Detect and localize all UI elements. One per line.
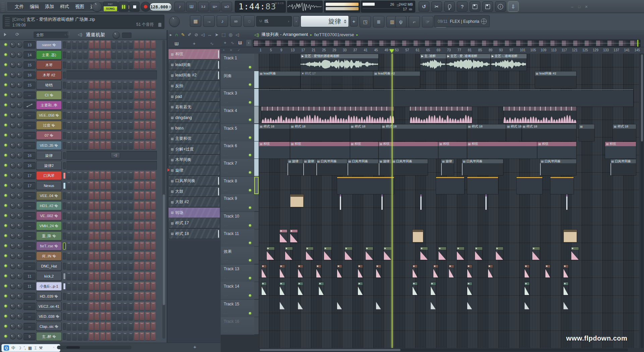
step-cell[interactable] xyxy=(134,131,139,139)
track-header[interactable]: Track 16··· xyxy=(221,317,255,335)
step-cell[interactable] xyxy=(83,242,88,250)
step-cell[interactable] xyxy=(140,91,144,99)
step-cell[interactable] xyxy=(151,212,156,220)
clip-style[interactable]: ▤样式 18 xyxy=(506,124,522,141)
step-cell[interactable] xyxy=(128,191,133,199)
playlist-speaker-icon[interactable]: ◁) xyxy=(254,32,259,37)
step-cell[interactable] xyxy=(106,101,111,109)
step-cell[interactable] xyxy=(117,181,122,189)
zoom-tool-icon[interactable]: ◎ xyxy=(229,32,232,37)
clip-lines[interactable] xyxy=(282,212,290,228)
step-cell[interactable] xyxy=(89,232,94,240)
step-cell[interactable] xyxy=(89,111,94,119)
channel-target-number[interactable]: -- xyxy=(23,112,36,119)
channel-volume-knob[interactable] xyxy=(17,313,22,319)
step-cell[interactable] xyxy=(123,81,127,89)
step-cell[interactable] xyxy=(100,141,105,149)
track-header[interactable]: Track 6··· xyxy=(221,141,255,159)
step-cell[interactable] xyxy=(78,232,83,240)
step-cell[interactable] xyxy=(100,181,105,189)
step-cell[interactable] xyxy=(95,332,99,340)
track-name[interactable]: Track 4 xyxy=(224,108,237,113)
pattern-selector[interactable]: 旋律 xyxy=(301,15,349,27)
draw-tool-icon[interactable]: ✎ xyxy=(181,32,185,37)
step-cell[interactable] xyxy=(151,61,156,69)
step-cell[interactable] xyxy=(72,292,77,300)
step-cell[interactable] xyxy=(89,201,94,210)
channel-name-button[interactable]: VED..038 xyxy=(36,312,62,321)
track-name[interactable]: Track 14 xyxy=(224,284,239,289)
clip-lines[interactable] xyxy=(566,212,576,228)
step-cell[interactable] xyxy=(117,81,122,89)
clip-hitbrown[interactable] xyxy=(545,265,550,278)
clip-hitsmall[interactable] xyxy=(467,300,472,309)
channel-mute-led[interactable] xyxy=(4,335,7,338)
channel-name-button[interactable]: VEE..04 xyxy=(36,191,62,200)
channel-pan-knob[interactable] xyxy=(10,62,16,68)
step-cell[interactable] xyxy=(145,171,150,179)
step-cell[interactable] xyxy=(106,282,111,290)
track-mute-led[interactable] xyxy=(249,136,251,139)
step-cell[interactable] xyxy=(140,232,144,240)
step-cell[interactable] xyxy=(140,252,144,260)
oscilloscope[interactable] xyxy=(287,1,323,12)
step-cell[interactable] xyxy=(134,282,139,290)
step-cell[interactable] xyxy=(123,332,127,340)
step-cell[interactable] xyxy=(100,302,105,310)
clip-hitbrown[interactable] xyxy=(298,265,303,278)
scroll-left-button[interactable]: ‹ xyxy=(246,40,251,46)
step-cell[interactable] xyxy=(117,312,122,320)
step-cell[interactable] xyxy=(72,191,77,199)
step-cell[interactable] xyxy=(89,121,94,129)
channel-volume-knob[interactable] xyxy=(17,193,22,198)
step-cell[interactable] xyxy=(78,91,83,99)
clip-stripe[interactable] xyxy=(259,89,633,107)
step-cell[interactable] xyxy=(151,41,156,49)
channel-target-number[interactable]: -- xyxy=(23,252,36,260)
undo-icon[interactable]: ↺ xyxy=(419,1,429,12)
track-name[interactable]: Track 5 xyxy=(224,126,237,131)
step-cell[interactable] xyxy=(123,111,127,119)
step-cell[interactable] xyxy=(111,312,116,320)
step-cell[interactable] xyxy=(151,292,156,300)
step-cell[interactable] xyxy=(145,131,150,139)
channel-target-number[interactable]: -- xyxy=(23,132,36,139)
step-cell[interactable] xyxy=(140,51,144,59)
step-cell[interactable] xyxy=(140,302,144,310)
clip-mel[interactable]: ▤口风琴间奏 xyxy=(316,159,347,175)
channel-mute-led[interactable] xyxy=(4,73,7,76)
step-cell[interactable] xyxy=(72,262,77,270)
step-cell[interactable] xyxy=(151,181,156,189)
rack-loop-icon[interactable]: ⟳ xyxy=(15,32,19,37)
channel-pan-knob[interactable] xyxy=(10,293,16,299)
save-as-icon[interactable] xyxy=(482,1,493,12)
step-cell[interactable] xyxy=(78,51,83,59)
clip-lines[interactable] xyxy=(314,212,321,228)
pattern-item[interactable]: ▤主要和弦 xyxy=(168,133,220,144)
clip-hitteal[interactable] xyxy=(262,282,267,295)
timeline-ruler[interactable]: + ✕ ✓ 1591317212529333741454953576165697… xyxy=(221,47,644,54)
download-icon[interactable]: ⇩ xyxy=(508,1,519,12)
step-cell[interactable] xyxy=(72,322,77,330)
tab-automation[interactable]: ∿ xyxy=(203,40,221,48)
close-button[interactable]: ✕ xyxy=(584,5,588,9)
track-options[interactable]: ··· xyxy=(224,206,228,210)
step-cell[interactable] xyxy=(145,272,150,280)
track-name[interactable]: Track 13 xyxy=(224,267,239,271)
track-header[interactable]: 效果··· xyxy=(221,247,255,265)
clip-pin[interactable] xyxy=(420,194,422,210)
track-color-strip[interactable] xyxy=(254,71,259,89)
clip-envgreen[interactable] xyxy=(384,247,391,260)
clip-style[interactable]: ▤样式 18 xyxy=(467,124,506,141)
step-cell[interactable] xyxy=(151,272,156,280)
channel-target-number[interactable]: 17 xyxy=(23,182,36,189)
step-cell[interactable] xyxy=(95,312,99,320)
pattern-item[interactable]: ▤lead间奏 #2 xyxy=(168,70,220,80)
step-cell[interactable] xyxy=(134,262,139,270)
step-cell[interactable] xyxy=(106,171,111,179)
channel-target-number[interactable]: 11 xyxy=(23,273,36,280)
step-cell[interactable] xyxy=(72,51,77,59)
step-cell[interactable] xyxy=(123,121,127,129)
step-cell[interactable] xyxy=(78,262,83,270)
step-cell[interactable] xyxy=(100,131,105,139)
